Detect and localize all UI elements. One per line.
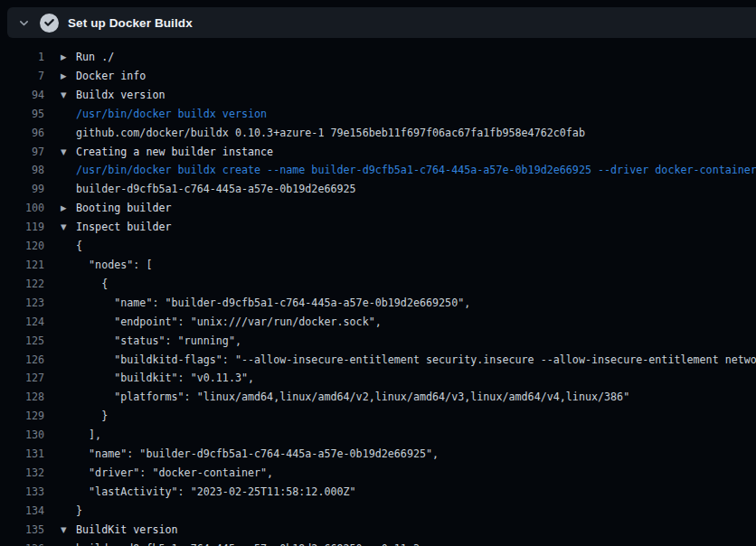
log-line-body: "buildkitd-flags": "--allow-insecure-ent…	[44, 351, 756, 370]
log-line: 132 "driver": "docker-container",	[0, 464, 756, 483]
line-number[interactable]: 95	[0, 105, 44, 124]
log-group-header[interactable]: 97 ▼Creating a new builder instance	[0, 143, 756, 162]
log-text: Run ./	[76, 51, 114, 63]
log-line-body: "nodes": [	[44, 256, 756, 275]
log-group-header[interactable]: 94 ▼Buildx version	[0, 86, 756, 105]
line-number[interactable]: 100	[0, 199, 44, 218]
triangle-right-icon[interactable]: ▶	[61, 199, 67, 218]
triangle-down-icon[interactable]: ▼	[61, 218, 67, 237]
triangle-down-icon[interactable]: ▼	[61, 86, 67, 105]
triangle-down-icon[interactable]: ▼	[61, 143, 67, 162]
log-line-body: "driver": "docker-container",	[44, 464, 756, 483]
step-header[interactable]: Set up Docker Buildx	[7, 7, 756, 38]
log-text: {	[76, 240, 82, 252]
line-number[interactable]: 120	[0, 237, 44, 256]
log-line-body: github.com/docker/buildx 0.10.3+azure-1 …	[44, 124, 756, 143]
log-line-body: /usr/bin/docker buildx version	[44, 105, 756, 124]
line-number[interactable]: 123	[0, 294, 44, 313]
line-number[interactable]: 136	[0, 540, 44, 546]
log-text: "buildkitd-flags": "--allow-insecure-ent…	[76, 353, 756, 366]
log-line: 121 "nodes": [	[0, 256, 756, 275]
log-line-body: "buildkit": "v0.11.3",	[44, 369, 756, 388]
log-text: "endpoint": "unix:///var/run/docker.sock…	[76, 315, 382, 328]
log-line-body: "name": "builder-d9cfb5a1-c764-445a-a57e…	[44, 445, 756, 464]
log-group-header[interactable]: 135 ▼BuildKit version	[0, 521, 756, 540]
log-text: "nodes": [	[76, 259, 152, 271]
log-line-body: }	[44, 502, 756, 521]
log-line: 133 "lastActivity": "2023-02-25T11:58:12…	[0, 483, 756, 502]
line-number[interactable]: 97	[0, 143, 44, 162]
chevron-down-icon[interactable]	[17, 17, 30, 29]
log-text: BuildKit version	[76, 523, 178, 536]
line-number[interactable]: 119	[0, 218, 44, 237]
log-line-body: "name": "builder-d9cfb5a1-c764-445a-a57e…	[44, 294, 756, 313]
log-line: 128 "platforms": "linux/amd64,linux/amd6…	[0, 388, 756, 407]
log-text: }	[76, 504, 82, 517]
log-line-body: /usr/bin/docker buildx create --name bui…	[44, 161, 756, 180]
line-number[interactable]: 121	[0, 256, 44, 275]
log-text: "name": "builder-d9cfb5a1-c764-445a-a57e…	[76, 447, 439, 460]
line-number[interactable]: 125	[0, 332, 44, 351]
log-line-body: builder-d9cfb5a1-c764-445a-a57e-0b19d2e6…	[44, 540, 756, 546]
line-number[interactable]: 128	[0, 388, 44, 407]
line-number[interactable]: 131	[0, 445, 44, 464]
line-number[interactable]: 134	[0, 502, 44, 521]
line-number[interactable]: 133	[0, 483, 44, 502]
log-line-body: ▼Inspect builder	[44, 218, 756, 237]
log-line: 127 "buildkit": "v0.11.3",	[0, 369, 756, 388]
triangle-down-icon[interactable]: ▼	[61, 521, 67, 540]
log-line-body: "lastActivity": "2023-02-25T11:58:12.000…	[44, 483, 756, 502]
line-number[interactable]: 94	[0, 86, 44, 105]
line-number[interactable]: 122	[0, 275, 44, 294]
line-number[interactable]: 127	[0, 369, 44, 388]
log-line-body: ▶Run ./	[44, 48, 756, 67]
log-line: 134 }	[0, 502, 756, 521]
line-number[interactable]: 129	[0, 407, 44, 426]
line-number[interactable]: 126	[0, 351, 44, 370]
log-line: 130 ],	[0, 426, 756, 445]
log-group-header[interactable]: 1 ▶Run ./	[0, 48, 756, 67]
line-number[interactable]: 132	[0, 464, 44, 483]
log-line: 124 "endpoint": "unix:///var/run/docker.…	[0, 313, 756, 332]
log-text: {	[76, 278, 108, 290]
log-line-body: ▼BuildKit version	[44, 521, 756, 540]
line-number[interactable]: 135	[0, 521, 44, 540]
log-text: github.com/docker/buildx 0.10.3+azure-1 …	[76, 127, 585, 139]
log-line: 96 github.com/docker/buildx 0.10.3+azure…	[0, 124, 756, 143]
line-number[interactable]: 98	[0, 161, 44, 180]
line-number[interactable]: 7	[0, 67, 44, 86]
log-text: /usr/bin/docker buildx create --name bui…	[76, 164, 756, 176]
log-line: 126 "buildkitd-flags": "--allow-insecure…	[0, 351, 756, 370]
log-text: Booting builder	[76, 202, 172, 214]
line-number[interactable]: 1	[0, 48, 44, 67]
log-text: builder-d9cfb5a1-c764-445a-a57e-0b19d2e6…	[76, 183, 356, 195]
log-line-body: ▶Booting builder	[44, 199, 756, 218]
log-group-header[interactable]: 7 ▶Docker info	[0, 67, 756, 86]
log-line-body: {	[44, 237, 756, 256]
log-line: 125 "status": "running",	[0, 332, 756, 351]
log-line: 98 /usr/bin/docker buildx create --name …	[0, 161, 756, 180]
log-line-body: }	[44, 407, 756, 426]
log-text: /usr/bin/docker buildx version	[76, 108, 267, 120]
log-text: Docker info	[76, 70, 146, 82]
log-line: 122 {	[0, 275, 756, 294]
log-line-body: "platforms": "linux/amd64,linux/amd64/v2…	[44, 388, 756, 407]
log-line: 136 builder-d9cfb5a1-c764-445a-a57e-0b19…	[0, 540, 756, 546]
log-line-body: ▼Buildx version	[44, 86, 756, 105]
line-number[interactable]: 96	[0, 124, 44, 143]
line-number[interactable]: 99	[0, 180, 44, 199]
log-text: Creating a new builder instance	[76, 146, 273, 158]
log-group-header[interactable]: 119 ▼Inspect builder	[0, 218, 756, 237]
log-text: builder-d9cfb5a1-c764-445a-a57e-0b19d2e6…	[76, 542, 420, 546]
triangle-right-icon[interactable]: ▶	[61, 48, 67, 67]
line-number[interactable]: 124	[0, 313, 44, 332]
log-line: 120 {	[0, 237, 756, 256]
log-text: "driver": "docker-container",	[76, 466, 273, 479]
log-group-header[interactable]: 100 ▶Booting builder	[0, 199, 756, 218]
log-line-body: "status": "running",	[44, 332, 756, 351]
log-line: 95 /usr/bin/docker buildx version	[0, 105, 756, 124]
log-text: "platforms": "linux/amd64,linux/amd64/v2…	[76, 391, 629, 403]
log-line-body: ],	[44, 426, 756, 445]
line-number[interactable]: 130	[0, 426, 44, 445]
triangle-right-icon[interactable]: ▶	[61, 67, 67, 86]
